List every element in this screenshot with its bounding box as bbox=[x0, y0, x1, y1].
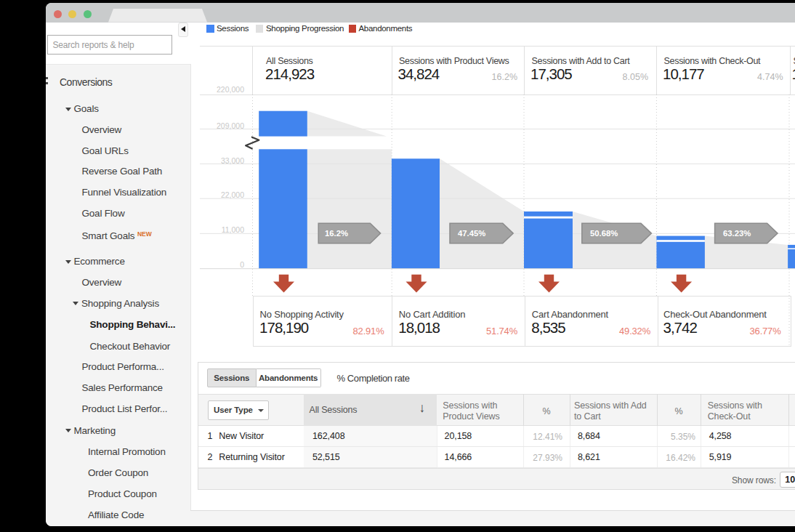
svg-text:50.68%: 50.68% bbox=[590, 229, 618, 238]
svg-text:63.23%: 63.23% bbox=[723, 229, 751, 238]
svg-text:47.45%: 47.45% bbox=[458, 229, 485, 238]
svg-text:16.2%: 16.2% bbox=[325, 229, 348, 238]
